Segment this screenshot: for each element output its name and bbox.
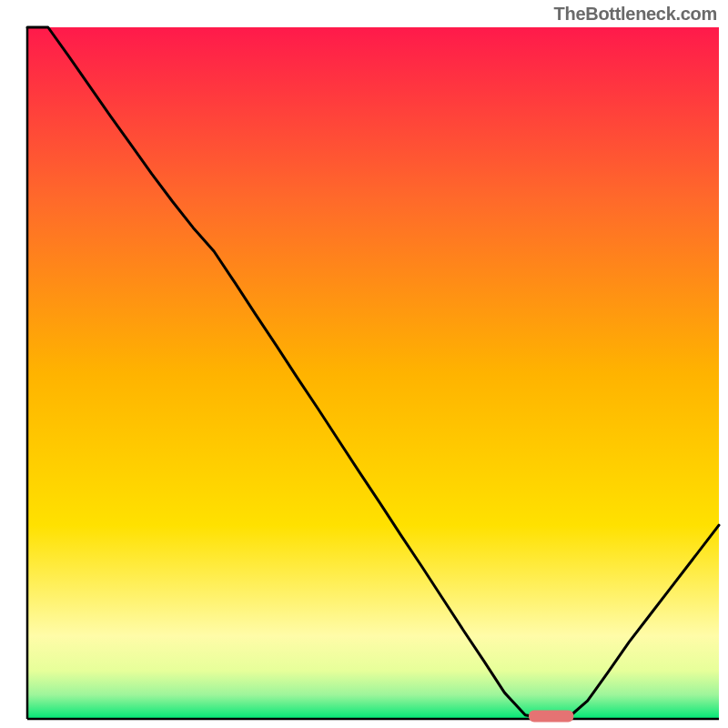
plot-background: [27, 27, 719, 719]
bottleneck-chart: [0, 0, 728, 728]
optimal-marker: [529, 710, 573, 722]
watermark-text: TheBottleneck.com: [554, 4, 717, 25]
